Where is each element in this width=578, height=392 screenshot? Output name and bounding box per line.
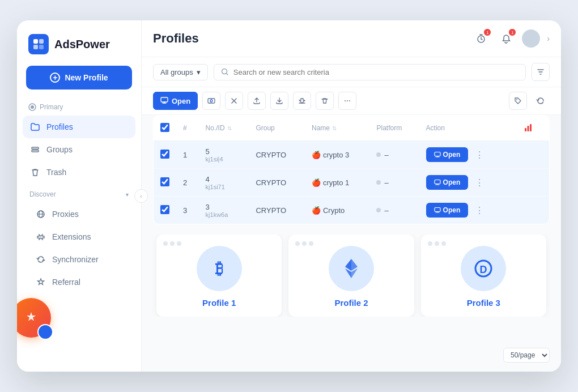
- user-avatar[interactable]: [522, 29, 540, 48]
- open-row-button-1[interactable]: Open: [426, 147, 469, 162]
- th-select-all[interactable]: [154, 116, 177, 141]
- new-profile-button[interactable]: + New Profile: [26, 66, 132, 90]
- group-select[interactable]: All groups ▾: [153, 64, 208, 80]
- tag-button[interactable]: [509, 92, 527, 110]
- groups-label: Groups: [46, 145, 73, 154]
- delete-button[interactable]: [316, 92, 334, 110]
- referral-label: Referral: [52, 278, 80, 287]
- svg-rect-26: [435, 208, 440, 212]
- sidebar-item-groups[interactable]: Groups: [23, 138, 135, 161]
- table-container: # No./ID ⇅ Group Name ⇅ Platform Action: [142, 115, 561, 230]
- promo-badge[interactable]: 8: [17, 298, 51, 338]
- search-input[interactable]: [233, 68, 518, 76]
- sidebar-item-synchronizer[interactable]: Synchronizer: [28, 248, 130, 271]
- table-body: 1 5 kj1si|4 CRYPTO 🍎crypto 3 –: [154, 141, 550, 224]
- sidebar-item-proxies[interactable]: Proxies: [28, 203, 130, 225]
- group-select-value: All groups: [160, 68, 193, 76]
- profile-card-3[interactable]: D Profile 3: [421, 235, 546, 317]
- open-row-button-2[interactable]: Open: [426, 175, 469, 190]
- notification-button[interactable]: 1: [497, 29, 515, 48]
- row-no-id-1: 5 kj1si|4: [199, 141, 249, 169]
- upload-button[interactable]: [248, 92, 266, 110]
- svg-rect-24: [435, 152, 440, 156]
- sidebar: AdsPower + New Profile Primary Profiles …: [17, 20, 142, 372]
- plus-icon: +: [50, 73, 60, 83]
- more-row-button-2[interactable]: ⋮: [471, 174, 487, 190]
- card-dots-1: [163, 241, 181, 246]
- refresh-button[interactable]: [532, 92, 550, 110]
- more-row-button-1[interactable]: ⋮: [471, 147, 487, 163]
- svg-rect-25: [435, 180, 440, 184]
- dash-icon-circle: D: [461, 246, 506, 291]
- proxies-label: Proxies: [52, 210, 79, 219]
- filter-button[interactable]: [532, 63, 550, 81]
- open-button[interactable]: Open: [153, 92, 198, 110]
- filter-icon: [537, 68, 545, 76]
- row-checkbox-1[interactable]: [154, 141, 177, 169]
- row-action-3: Open ⋮: [419, 197, 515, 224]
- close-profile-button[interactable]: [225, 92, 243, 110]
- discover-label: Discover ▾: [23, 188, 135, 203]
- discover-nav: Proxies Extensions Synchronizer: [23, 203, 135, 293]
- card-label-3: Profile 3: [467, 298, 500, 308]
- svg-point-10: [43, 330, 49, 335]
- more-row-button-3[interactable]: ⋮: [471, 202, 487, 218]
- ethereum-icon-circle: [329, 246, 374, 291]
- th-action: Action: [419, 116, 515, 141]
- open-row-button-3[interactable]: Open: [426, 203, 469, 218]
- svg-rect-22: [527, 126, 529, 131]
- th-name[interactable]: Name ⇅: [305, 116, 369, 141]
- screenshot-button[interactable]: [202, 92, 220, 110]
- row-name-2: 🍎crypto 1: [305, 169, 369, 197]
- top-bar-actions: 1 1 ›: [472, 29, 550, 48]
- svg-rect-0: [33, 39, 38, 44]
- profile-card-2[interactable]: Profile 2: [288, 235, 414, 317]
- top-bar: Profiles 1 1 ›: [142, 20, 561, 57]
- timer-badge: 1: [483, 28, 491, 36]
- th-no-id[interactable]: No./ID ⇅: [199, 116, 249, 141]
- svg-point-17: [345, 100, 346, 101]
- extension-icon: [35, 231, 46, 242]
- row-checkbox-3[interactable]: [154, 197, 177, 224]
- export-button[interactable]: [293, 92, 311, 110]
- logo-area: AdsPower: [17, 34, 141, 66]
- notification-badge: 1: [508, 28, 516, 36]
- chevron-down-icon: ▾: [197, 68, 201, 76]
- row-num-2: 2: [176, 169, 199, 197]
- monitor-small-icon-3: [434, 207, 441, 214]
- profile-cards-section: ₿ Profile 1: [142, 235, 561, 317]
- th-number: #: [176, 116, 199, 141]
- chevron-right-icon[interactable]: ›: [547, 34, 550, 43]
- row-action-1: Open ⋮: [419, 141, 515, 169]
- trash-icon: [29, 167, 41, 178]
- sidebar-item-referral[interactable]: Referral: [28, 271, 130, 293]
- sidebar-item-extensions[interactable]: Extensions: [28, 225, 130, 248]
- sidebar-collapse-button[interactable]: ‹: [134, 189, 148, 203]
- synchronizer-label: Synchronizer: [52, 255, 99, 264]
- row-num-1: 1: [176, 141, 199, 169]
- per-page-select[interactable]: 50/page: [503, 348, 550, 363]
- ethereum-svg: [337, 254, 366, 283]
- row-platform-3: –: [369, 197, 419, 224]
- table-row: 1 5 kj1si|4 CRYPTO 🍎crypto 3 –: [154, 141, 550, 169]
- dash-svg: D: [469, 254, 498, 283]
- sidebar-item-profiles[interactable]: Profiles: [23, 116, 135, 138]
- import-icon: [275, 97, 283, 105]
- th-stats: [515, 116, 550, 141]
- svg-rect-15: [208, 99, 215, 103]
- card-dots-2: [295, 241, 313, 246]
- app-logo-icon: [28, 34, 49, 54]
- star-icon: [35, 276, 46, 288]
- upload-icon: [253, 97, 261, 105]
- import-button[interactable]: [270, 92, 288, 110]
- select-all-checkbox[interactable]: [160, 123, 169, 132]
- row-checkbox-2[interactable]: [154, 169, 177, 197]
- profile-card-1[interactable]: ₿ Profile 1: [156, 235, 282, 317]
- row-group-2: CRYPTO: [249, 169, 305, 197]
- more-actions-button[interactable]: [338, 92, 356, 110]
- th-platform: Platform: [369, 116, 419, 141]
- new-profile-label: New Profile: [65, 73, 108, 82]
- timer-button[interactable]: 1: [472, 29, 490, 48]
- screenshot-icon: [207, 97, 215, 105]
- sidebar-item-trash[interactable]: Trash: [23, 161, 135, 184]
